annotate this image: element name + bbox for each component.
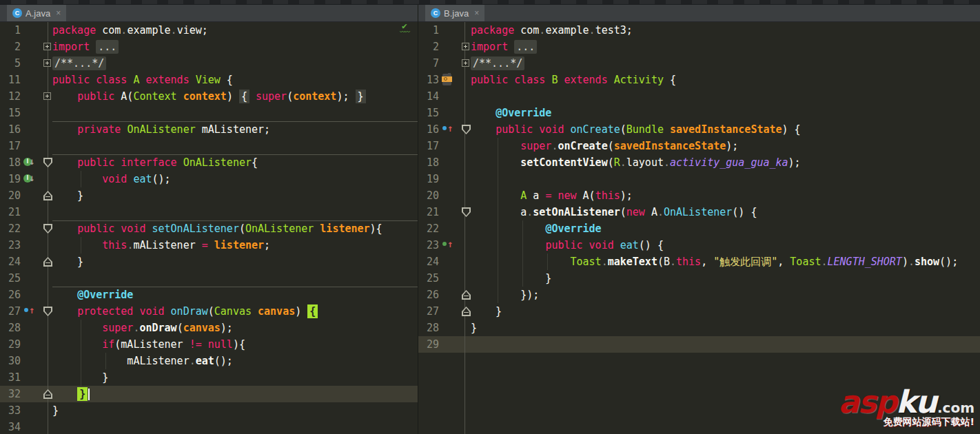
gutter[interactable]: 1	[418, 22, 471, 39]
code-line[interactable]: 17	[0, 138, 418, 154]
inspection-ok-icon[interactable]: ✔〰〰	[400, 23, 409, 35]
gutter[interactable]: 26	[418, 287, 471, 303]
tab-close-icon[interactable]: ×	[474, 8, 479, 18]
code-line[interactable]: 25	[0, 270, 418, 287]
tab-a-java[interactable]: C A.java ×	[7, 5, 66, 21]
code-line[interactable]: 23 this.mAListener = listener;	[0, 237, 418, 254]
fold-expand-marker[interactable]	[43, 59, 51, 67]
fold-end-marker[interactable]	[462, 307, 471, 316]
code-line[interactable]: 24 }	[0, 254, 418, 270]
gutter[interactable]: 16	[0, 121, 52, 138]
gutter[interactable]: 27	[418, 303, 471, 320]
fold-start-marker[interactable]	[43, 307, 52, 316]
gutter[interactable]: 17	[418, 138, 471, 154]
tab-close-icon[interactable]: ×	[56, 8, 61, 18]
gutter[interactable]: 5	[0, 55, 52, 72]
code-line[interactable]: 18I↓ public interface OnAListener{	[0, 154, 418, 171]
gutter[interactable]: 25	[0, 270, 52, 287]
gutter[interactable]: 14	[418, 88, 471, 105]
code-line[interactable]: 15 @Override	[418, 105, 980, 121]
code-line[interactable]: 13public class B extends Activity {	[418, 72, 980, 88]
gutter[interactable]: 7	[418, 55, 471, 72]
fold-end-marker[interactable]	[462, 290, 471, 300]
code-line[interactable]: 17 super.onCreate(savedInstanceState);	[418, 138, 980, 154]
fold-end-marker[interactable]	[43, 257, 52, 267]
gutter[interactable]: 26	[0, 287, 52, 303]
code-line[interactable]: 27 }	[418, 303, 980, 320]
gutter[interactable]: 1	[0, 22, 52, 39]
gutter[interactable]: 19I↓	[0, 171, 52, 187]
code-line[interactable]: 12 public A(Context context) { super(con…	[0, 88, 418, 105]
code-line[interactable]: 32 }	[0, 386, 418, 402]
code-editor-a[interactable]: ✔〰〰 1package com.example.view;2import ..…	[0, 22, 418, 434]
code-line[interactable]: 28}	[418, 320, 980, 336]
gutter[interactable]: 18I↓	[0, 154, 52, 171]
gutter[interactable]: 33	[0, 402, 52, 419]
code-line[interactable]: 23↑ public void eat() {	[418, 237, 980, 254]
gutter[interactable]: 23	[0, 237, 52, 254]
gutter[interactable]: 21	[418, 204, 471, 220]
code-line[interactable]: 19I↓ void eat();	[0, 171, 418, 187]
code-line[interactable]: 14	[418, 88, 980, 105]
fold-start-marker[interactable]	[462, 207, 471, 217]
code-line[interactable]: 7/**...*/	[418, 55, 980, 72]
fold-end-marker[interactable]	[43, 191, 52, 200]
gutter[interactable]: 20	[0, 187, 52, 204]
code-line[interactable]: 34	[0, 419, 418, 434]
fold-end-marker[interactable]	[43, 389, 52, 399]
gutter[interactable]: 24	[0, 254, 52, 270]
overrides-marker-icon[interactable]: ↑	[442, 123, 454, 136]
code-line[interactable]: 26 });	[418, 287, 980, 303]
gutter[interactable]: 34	[0, 419, 52, 434]
code-line[interactable]: 26 @Override	[0, 287, 418, 303]
gutter[interactable]: 15	[0, 105, 52, 121]
code-line[interactable]: 21	[0, 204, 418, 220]
implemented-marker-icon[interactable]: I↓	[23, 173, 36, 185]
code-line[interactable]: 1package com.example.view;	[0, 22, 418, 39]
code-line[interactable]: 29 if(mAListener != null){	[0, 336, 418, 353]
gutter[interactable]: 20	[418, 187, 471, 204]
code-line[interactable]: 24 Toast.makeText(B.this, "触发此回调", Toast…	[418, 254, 980, 270]
gutter[interactable]: 19	[418, 171, 471, 187]
gutter[interactable]: 31	[0, 369, 52, 386]
gutter[interactable]: 16↑	[418, 121, 471, 138]
related-layout-icon[interactable]	[442, 74, 454, 86]
code-line[interactable]: 18 setContentView(R.layout.activity_gua_…	[418, 154, 980, 171]
code-line[interactable]: 31 }	[0, 369, 418, 386]
code-line[interactable]: 33}	[0, 402, 418, 419]
code-line[interactable]: 30 mAListener.eat();	[0, 353, 418, 369]
gutter[interactable]: 27↑	[0, 303, 52, 320]
fold-expand-marker[interactable]	[43, 42, 51, 50]
code-line[interactable]: 28 super.onDraw(canvas);	[0, 320, 418, 336]
code-line[interactable]: 5/**...*/	[0, 55, 418, 72]
overrides-marker-icon[interactable]: ↑	[23, 305, 36, 318]
code-line[interactable]: 19	[418, 171, 980, 187]
gutter[interactable]: 29	[0, 336, 52, 353]
gutter[interactable]: 21	[0, 204, 52, 220]
gutter[interactable]: 32	[0, 386, 52, 402]
code-line[interactable]: 2import ...	[0, 39, 418, 55]
code-line[interactable]: 16↑ public void onCreate(Bundle savedIns…	[418, 121, 980, 138]
implemented-marker-icon[interactable]: I↓	[23, 156, 36, 169]
gutter[interactable]: 11	[0, 72, 52, 88]
gutter[interactable]: 2	[418, 39, 471, 55]
gutter[interactable]: 28	[0, 320, 52, 336]
gutter[interactable]: 12	[0, 88, 52, 105]
code-line[interactable]: 2import ...	[418, 39, 980, 55]
gutter[interactable]: 22	[418, 220, 471, 237]
implements-marker-icon[interactable]: ↑	[442, 239, 454, 251]
code-line[interactable]: 20 }	[0, 187, 418, 204]
code-line[interactable]: 25 }	[418, 270, 980, 287]
gutter[interactable]: 29	[418, 336, 471, 353]
gutter[interactable]: 30	[0, 353, 52, 369]
fold-start-marker[interactable]	[462, 125, 471, 134]
gutter[interactable]: 24	[418, 254, 471, 270]
tab-b-java[interactable]: C B.java ×	[425, 5, 484, 21]
gutter[interactable]: 15	[418, 105, 471, 121]
code-line[interactable]: 27↑ protected void onDraw(Canvas canvas)…	[0, 303, 418, 320]
gutter[interactable]: 2	[0, 39, 52, 55]
gutter[interactable]: 13	[418, 72, 471, 88]
code-line[interactable]: 15	[0, 105, 418, 121]
fold-expand-marker[interactable]	[43, 92, 51, 100]
code-line[interactable]: 11public class A extends View {	[0, 72, 418, 88]
